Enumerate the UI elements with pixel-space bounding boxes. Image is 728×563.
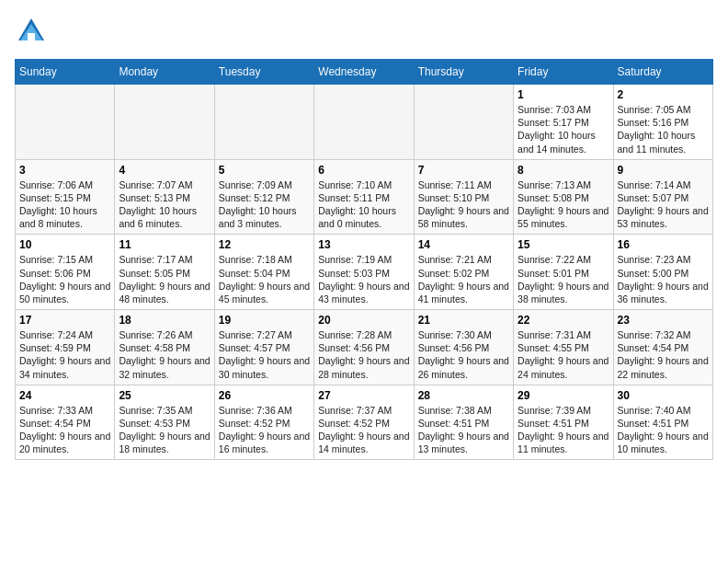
calendar-cell: 9Sunrise: 7:14 AM Sunset: 5:07 PM Daylig… <box>613 159 712 235</box>
calendar-cell: 28Sunrise: 7:38 AM Sunset: 4:51 PM Dayli… <box>414 385 513 460</box>
day-number: 23 <box>618 314 709 327</box>
calendar-cell <box>115 85 214 160</box>
calendar-header-thursday: Thursday <box>414 60 513 85</box>
calendar-table: SundayMondayTuesdayWednesdayThursdayFrid… <box>15 59 713 460</box>
calendar-cell: 10Sunrise: 7:15 AM Sunset: 5:06 PM Dayli… <box>16 235 115 310</box>
calendar-week-2: 3Sunrise: 7:06 AM Sunset: 5:15 PM Daylig… <box>16 159 713 235</box>
calendar-cell: 11Sunrise: 7:17 AM Sunset: 5:05 PM Dayli… <box>115 235 214 310</box>
day-number: 22 <box>518 314 609 327</box>
calendar-cell: 23Sunrise: 7:32 AM Sunset: 4:54 PM Dayli… <box>613 310 712 385</box>
calendar-header-monday: Monday <box>115 60 214 85</box>
day-info: Sunrise: 7:14 AM Sunset: 5:07 PM Dayligh… <box>618 178 709 231</box>
day-info: Sunrise: 7:39 AM Sunset: 4:51 PM Dayligh… <box>518 404 609 456</box>
day-number: 30 <box>618 389 709 402</box>
day-info: Sunrise: 7:19 AM Sunset: 5:03 PM Dayligh… <box>318 253 409 305</box>
day-info: Sunrise: 7:17 AM Sunset: 5:05 PM Dayligh… <box>119 253 210 305</box>
day-info: Sunrise: 7:11 AM Sunset: 5:10 PM Dayligh… <box>418 178 509 231</box>
day-number: 9 <box>618 164 709 177</box>
day-info: Sunrise: 7:38 AM Sunset: 4:51 PM Dayligh… <box>418 404 509 456</box>
calendar-cell: 14Sunrise: 7:21 AM Sunset: 5:02 PM Dayli… <box>414 235 513 310</box>
calendar-header-saturday: Saturday <box>613 60 712 85</box>
day-info: Sunrise: 7:18 AM Sunset: 5:04 PM Dayligh… <box>219 253 310 305</box>
day-info: Sunrise: 7:15 AM Sunset: 5:06 PM Dayligh… <box>19 253 110 305</box>
day-info: Sunrise: 7:09 AM Sunset: 5:12 PM Dayligh… <box>219 178 310 231</box>
calendar-week-3: 10Sunrise: 7:15 AM Sunset: 5:06 PM Dayli… <box>16 235 713 310</box>
calendar-cell: 8Sunrise: 7:13 AM Sunset: 5:08 PM Daylig… <box>514 159 613 235</box>
calendar-week-5: 24Sunrise: 7:33 AM Sunset: 4:54 PM Dayli… <box>16 385 713 460</box>
day-info: Sunrise: 7:40 AM Sunset: 4:51 PM Dayligh… <box>618 404 709 456</box>
calendar-cell: 22Sunrise: 7:31 AM Sunset: 4:55 PM Dayli… <box>514 310 613 385</box>
calendar-cell: 25Sunrise: 7:35 AM Sunset: 4:53 PM Dayli… <box>115 385 214 460</box>
calendar-cell: 13Sunrise: 7:19 AM Sunset: 5:03 PM Dayli… <box>314 235 414 310</box>
svg-rect-2 <box>28 33 35 40</box>
calendar-cell: 2Sunrise: 7:05 AM Sunset: 5:16 PM Daylig… <box>613 85 712 160</box>
calendar-cell: 3Sunrise: 7:06 AM Sunset: 5:15 PM Daylig… <box>16 159 115 235</box>
calendar-cell: 30Sunrise: 7:40 AM Sunset: 4:51 PM Dayli… <box>613 385 712 460</box>
day-info: Sunrise: 7:13 AM Sunset: 5:08 PM Dayligh… <box>518 178 609 231</box>
day-number: 7 <box>418 164 509 177</box>
day-number: 28 <box>418 389 509 402</box>
day-info: Sunrise: 7:30 AM Sunset: 4:56 PM Dayligh… <box>418 328 509 381</box>
day-info: Sunrise: 7:03 AM Sunset: 5:17 PM Dayligh… <box>518 103 609 155</box>
day-info: Sunrise: 7:24 AM Sunset: 4:59 PM Dayligh… <box>19 328 110 381</box>
day-info: Sunrise: 7:23 AM Sunset: 5:00 PM Dayligh… <box>618 253 709 305</box>
day-number: 17 <box>19 314 110 327</box>
day-number: 4 <box>119 164 210 177</box>
day-number: 16 <box>618 238 709 251</box>
calendar-cell: 15Sunrise: 7:22 AM Sunset: 5:01 PM Dayli… <box>514 235 613 310</box>
day-number: 5 <box>219 164 310 177</box>
calendar-cell: 16Sunrise: 7:23 AM Sunset: 5:00 PM Dayli… <box>613 235 712 310</box>
day-info: Sunrise: 7:21 AM Sunset: 5:02 PM Dayligh… <box>418 253 509 305</box>
day-number: 20 <box>318 314 409 327</box>
day-info: Sunrise: 7:07 AM Sunset: 5:13 PM Dayligh… <box>119 178 210 231</box>
day-info: Sunrise: 7:37 AM Sunset: 4:52 PM Dayligh… <box>318 404 409 456</box>
day-info: Sunrise: 7:10 AM Sunset: 5:11 PM Dayligh… <box>318 178 409 231</box>
logo-icon <box>15 15 48 48</box>
calendar-week-1: 1Sunrise: 7:03 AM Sunset: 5:17 PM Daylig… <box>16 85 713 160</box>
day-number: 26 <box>219 389 310 402</box>
logo <box>15 15 51 48</box>
day-number: 29 <box>518 389 609 402</box>
day-info: Sunrise: 7:28 AM Sunset: 4:56 PM Dayligh… <box>318 328 409 381</box>
calendar-cell: 21Sunrise: 7:30 AM Sunset: 4:56 PM Dayli… <box>414 310 513 385</box>
calendar-cell <box>414 85 513 160</box>
calendar-cell: 27Sunrise: 7:37 AM Sunset: 4:52 PM Dayli… <box>314 385 414 460</box>
calendar-cell: 29Sunrise: 7:39 AM Sunset: 4:51 PM Dayli… <box>514 385 613 460</box>
calendar-cell: 19Sunrise: 7:27 AM Sunset: 4:57 PM Dayli… <box>214 310 313 385</box>
calendar-header-row: SundayMondayTuesdayWednesdayThursdayFrid… <box>16 60 713 85</box>
day-number: 2 <box>618 88 709 101</box>
page-header <box>15 15 713 48</box>
day-number: 10 <box>19 238 110 251</box>
calendar-cell: 17Sunrise: 7:24 AM Sunset: 4:59 PM Dayli… <box>16 310 115 385</box>
day-number: 15 <box>518 238 609 251</box>
calendar-cell: 4Sunrise: 7:07 AM Sunset: 5:13 PM Daylig… <box>115 159 214 235</box>
day-number: 27 <box>318 389 409 402</box>
day-number: 11 <box>119 238 210 251</box>
calendar-cell: 6Sunrise: 7:10 AM Sunset: 5:11 PM Daylig… <box>314 159 414 235</box>
calendar-header-friday: Friday <box>514 60 613 85</box>
calendar-cell <box>16 85 115 160</box>
day-number: 6 <box>318 164 409 177</box>
day-info: Sunrise: 7:27 AM Sunset: 4:57 PM Dayligh… <box>219 328 310 381</box>
calendar-header-tuesday: Tuesday <box>214 60 313 85</box>
day-info: Sunrise: 7:35 AM Sunset: 4:53 PM Dayligh… <box>119 404 210 456</box>
day-number: 19 <box>219 314 310 327</box>
day-number: 14 <box>418 238 509 251</box>
day-number: 13 <box>318 238 409 251</box>
calendar-cell: 26Sunrise: 7:36 AM Sunset: 4:52 PM Dayli… <box>214 385 313 460</box>
calendar-cell <box>314 85 414 160</box>
day-number: 3 <box>19 164 110 177</box>
day-number: 24 <box>19 389 110 402</box>
calendar-cell: 24Sunrise: 7:33 AM Sunset: 4:54 PM Dayli… <box>16 385 115 460</box>
day-number: 25 <box>119 389 210 402</box>
day-info: Sunrise: 7:31 AM Sunset: 4:55 PM Dayligh… <box>518 328 609 381</box>
day-info: Sunrise: 7:32 AM Sunset: 4:54 PM Dayligh… <box>618 328 709 381</box>
day-info: Sunrise: 7:06 AM Sunset: 5:15 PM Dayligh… <box>19 178 110 231</box>
day-number: 8 <box>518 164 609 177</box>
calendar-cell <box>214 85 313 160</box>
calendar-cell: 12Sunrise: 7:18 AM Sunset: 5:04 PM Dayli… <box>214 235 313 310</box>
calendar-cell: 20Sunrise: 7:28 AM Sunset: 4:56 PM Dayli… <box>314 310 414 385</box>
day-number: 12 <box>219 238 310 251</box>
calendar-cell: 1Sunrise: 7:03 AM Sunset: 5:17 PM Daylig… <box>514 85 613 160</box>
day-number: 21 <box>418 314 509 327</box>
